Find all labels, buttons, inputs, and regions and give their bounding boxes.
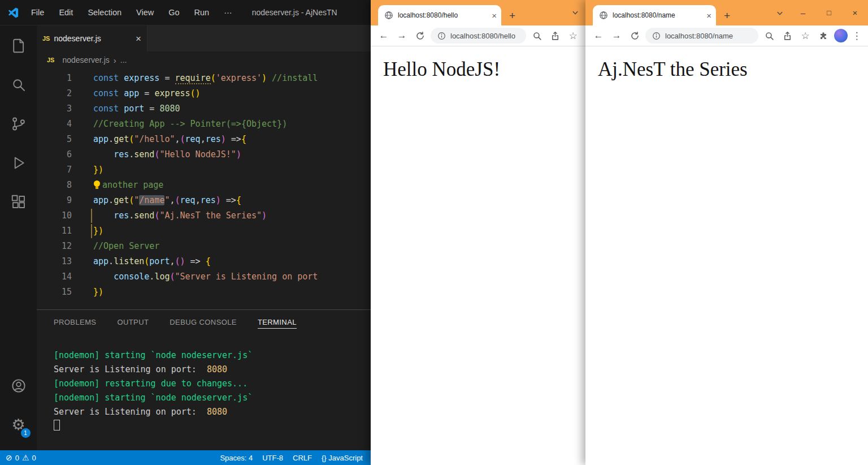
menu-item-file[interactable]: File [24,0,51,25]
code-token: 8080 [159,104,180,114]
chevron-down-icon[interactable] [572,7,579,18]
share-icon[interactable] [780,31,795,41]
close-window-button[interactable]: × [842,0,868,25]
code-line[interactable]: 7}) [37,162,373,178]
menu-item-run[interactable]: Run [187,0,217,25]
code-line[interactable]: 14 console.log("Server is Listening on p… [37,269,373,285]
status-item-crlf[interactable]: CRLF [293,454,312,462]
code-line[interactable]: 5app.get("/hello",(req,res) =>{ [37,132,373,147]
problems-status[interactable]: ⊘ 0 ⚠ 0 [0,453,36,462]
panel-tab-terminal[interactable]: TERMINAL [258,316,297,329]
bookmark-star-icon[interactable]: ☆ [798,30,813,42]
globe-favicon-icon [599,11,608,20]
menu-item-go[interactable]: Go [161,0,186,25]
minimize-button[interactable]: – [790,0,816,25]
menu-item-edit[interactable]: Edit [51,0,80,25]
window-controls: – □ × [776,0,868,25]
reload-button[interactable] [627,31,642,41]
terminal[interactable]: [nodemon] starting `node nodeserver.js`S… [37,334,373,433]
breadcrumb-file[interactable]: nodeserver.js [62,55,109,64]
code-line[interactable]: 6 res.send("Hello NodeJS!") [37,147,373,162]
terminal-text: Server is Listening on port: [54,407,207,417]
status-item-utf-8[interactable]: UTF-8 [262,454,283,462]
status-item-javascript[interactable]: {} JavaScript [322,454,363,462]
browser-tab-name[interactable]: localhost:8080/name × [593,5,716,25]
code-text: app.listen(port,() => { [93,254,211,269]
code-token: app [93,195,108,205]
code-line[interactable]: 1const express = require('express') //in… [37,71,373,86]
tab-close-icon[interactable]: × [136,34,141,44]
bookmark-star-icon[interactable]: ☆ [566,30,580,42]
url-text[interactable]: localhost:8080/hello [450,32,515,40]
code-line[interactable]: 8another page [37,178,373,193]
reload-button[interactable] [413,31,427,41]
lightbulb-icon[interactable] [93,180,101,190]
profile-avatar[interactable] [834,29,848,42]
code-line[interactable]: 10 res.send("Aj.NesT the Series") [37,208,373,223]
settings-gear-icon[interactable]: ⚙ 1 [5,411,32,438]
url-text[interactable]: localhost:8080/name [665,32,733,40]
code-token: () [175,256,185,266]
code-line[interactable]: 13app.listen(port,() => { [37,254,373,269]
maximize-button[interactable]: □ [816,0,842,25]
code-token: res [114,149,129,160]
back-button[interactable]: ← [591,30,606,41]
code-text: res.send("Hello NodeJS!") [93,147,241,162]
terminal-cursor[interactable] [54,420,60,430]
code-line[interactable]: 12//Open Server [37,239,373,254]
menu-item-selection[interactable]: Selection [80,0,129,25]
chevron-down-icon[interactable] [776,8,783,18]
explorer-icon[interactable] [5,32,32,59]
status-item-spaces-4[interactable]: Spaces: 4 [220,454,253,462]
back-button[interactable]: ← [376,30,391,41]
code-line[interactable]: 4//Creating App --> Pointer(=>{Object}) [37,117,373,132]
search-icon[interactable] [5,71,32,98]
panel-tab-bar: PROBLEMSOUTPUTDEBUG CONSOLETERMINAL [37,310,373,334]
code-token: . [108,195,114,205]
editor-tab-nodeserver[interactable]: JS nodeserver.js × [37,25,147,51]
new-tab-button[interactable]: + [724,10,730,21]
zoom-icon[interactable] [530,31,544,41]
panel-tab-output[interactable]: OUTPUT [117,316,149,329]
code-line[interactable]: 11}) [37,223,373,239]
run-debug-icon[interactable] [5,149,32,176]
code-token: 'express' [216,73,262,83]
vscode-titlebar: FileEditSelectionViewGoRun··· nodeserver… [0,0,373,25]
menu-item-view[interactable]: View [129,0,161,25]
browser-tab-hello[interactable]: localhost:8080/hello × [378,5,501,25]
code-token: . [108,256,114,266]
share-icon[interactable] [548,31,562,41]
breadcrumb-ellipsis[interactable]: ... [120,55,127,64]
extensions-icon[interactable] [5,188,32,216]
tab-close-icon[interactable]: × [492,11,497,20]
menu-item-more[interactable]: ··· [216,0,240,25]
zoom-icon[interactable] [762,31,776,41]
code-line[interactable]: 15}) [37,285,373,300]
activity-bar: ⚙ 1 [0,25,37,450]
source-control-icon[interactable] [5,110,32,137]
status-bar-right: Spaces: 4UTF-8CRLF{} JavaScript [220,454,373,462]
tab-close-icon[interactable]: × [706,11,711,20]
extensions-puzzle-icon[interactable] [816,31,831,41]
code-token [93,272,114,282]
code-line[interactable]: 2const app = express() [37,86,373,101]
code-line[interactable]: 9app.get("/name",(req,res) =>{ [37,193,373,208]
forward-button[interactable]: → [394,30,409,41]
new-tab-button[interactable]: + [509,10,515,21]
address-bar[interactable]: localhost:8080/hello [431,28,526,44]
code-token: req [180,195,196,205]
panel-tab-problems[interactable]: PROBLEMS [54,316,96,329]
breadcrumb[interactable]: JS nodeserver.js › ... [37,51,373,68]
code-token [93,149,114,160]
browser-window-name: localhost:8080/name × + – □ × ← → localh… [585,0,868,465]
code-token: } [93,165,98,175]
account-icon[interactable] [5,372,32,399]
code-token: => [221,195,236,205]
code-line[interactable]: 3const port = 8080 [37,101,373,117]
panel-tab-debug-console[interactable]: DEBUG CONSOLE [170,316,237,329]
address-bar[interactable]: localhost:8080/name [645,28,758,44]
browser-menu-icon[interactable]: ⋮ [851,30,862,42]
forward-button[interactable]: → [609,30,624,41]
code-editor[interactable]: 1const express = require('express') //in… [37,68,373,309]
code-token: ( [211,73,216,83]
